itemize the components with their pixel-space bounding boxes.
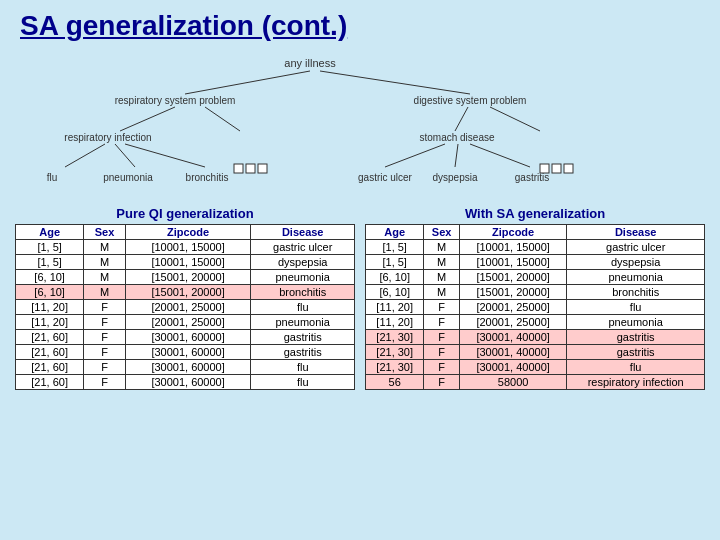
svg-rect-15: [540, 164, 549, 173]
table-row: [6, 10]M[15001, 20000]pneumonia: [16, 270, 355, 285]
svg-line-7: [455, 107, 468, 131]
table-cell-sex: M: [424, 285, 460, 300]
table-row: [21, 60]F[30001, 60000]gastritis: [16, 345, 355, 360]
table-row: 56F58000respiratory infection: [366, 375, 705, 390]
table-cell-zip: [20001, 25000]: [125, 315, 251, 330]
table-cell-disease: pneumonia: [567, 315, 705, 330]
table-cell-age: [11, 20]: [16, 300, 84, 315]
svg-line-5: [115, 144, 135, 167]
node-resp-sys: respiratory system problem: [115, 95, 236, 106]
with-sa-col-zip: Zipcode: [459, 225, 566, 240]
table-cell-age: [21, 60]: [16, 345, 84, 360]
pure-qi-table: Age Sex Zipcode Disease [1, 5]M[10001, 1…: [15, 224, 355, 390]
pure-qi-col-disease: Disease: [251, 225, 355, 240]
with-sa-title: With SA generalization: [365, 206, 705, 221]
table-cell-zip: [15001, 20000]: [125, 285, 251, 300]
table-cell-sex: F: [424, 330, 460, 345]
table-cell-disease: flu: [251, 360, 355, 375]
table-row: [21, 60]F[30001, 60000]flu: [16, 360, 355, 375]
table-cell-sex: M: [424, 255, 460, 270]
svg-rect-17: [564, 164, 573, 173]
table-cell-sex: F: [424, 315, 460, 330]
svg-line-11: [470, 144, 530, 167]
table-cell-sex: F: [424, 360, 460, 375]
table-cell-disease: gastritis: [251, 330, 355, 345]
table-cell-sex: M: [84, 285, 126, 300]
table-cell-sex: F: [84, 375, 126, 390]
table-cell-zip: [30001, 40000]: [459, 345, 566, 360]
table-cell-age: [1, 5]: [16, 240, 84, 255]
table-cell-disease: gastritis: [567, 330, 705, 345]
table-cell-disease: gastritis: [251, 345, 355, 360]
table-cell-age: [11, 20]: [16, 315, 84, 330]
table-cell-zip: [15001, 20000]: [459, 285, 566, 300]
table-cell-age: [6, 10]: [16, 270, 84, 285]
table-cell-disease: flu: [567, 360, 705, 375]
node-pneumonia: pneumonia: [103, 172, 153, 183]
table-row: [1, 5]M[10001, 15000]gastric ulcer: [16, 240, 355, 255]
table-cell-disease: gastritis: [567, 345, 705, 360]
table-cell-sex: F: [424, 345, 460, 360]
table-cell-zip: [10001, 15000]: [125, 240, 251, 255]
table-row: [1, 5]M[10001, 15000]gastric ulcer: [366, 240, 705, 255]
node-gastritis: gastritis: [515, 172, 549, 183]
table-cell-age: [6, 10]: [16, 285, 84, 300]
with-sa-col-age: Age: [366, 225, 424, 240]
table-cell-zip: [20001, 25000]: [459, 315, 566, 330]
table-cell-disease: dyspepsia: [567, 255, 705, 270]
table-row: [21, 30]F[30001, 40000]flu: [366, 360, 705, 375]
svg-line-4: [65, 144, 105, 167]
with-sa-col-disease: Disease: [567, 225, 705, 240]
table-cell-sex: F: [84, 300, 126, 315]
pure-qi-col-sex: Sex: [84, 225, 126, 240]
svg-line-2: [120, 107, 175, 131]
table-cell-sex: M: [424, 270, 460, 285]
table-cell-zip: [20001, 25000]: [125, 300, 251, 315]
table-cell-age: [11, 20]: [366, 300, 424, 315]
svg-rect-14: [258, 164, 267, 173]
table-row: [11, 20]F[20001, 25000]pneumonia: [366, 315, 705, 330]
table-row: [21, 60]F[30001, 60000]flu: [16, 375, 355, 390]
table-cell-age: [1, 5]: [366, 240, 424, 255]
svg-rect-13: [246, 164, 255, 173]
with-sa-section: With SA generalization Age Sex Zipcode D…: [360, 206, 710, 390]
node-stomach: stomach disease: [419, 132, 494, 143]
pure-qi-col-age: Age: [16, 225, 84, 240]
table-cell-zip: 58000: [459, 375, 566, 390]
table-cell-disease: gastric ulcer: [251, 240, 355, 255]
pure-qi-header-row: Age Sex Zipcode Disease: [16, 225, 355, 240]
table-cell-zip: [30001, 60000]: [125, 360, 251, 375]
table-row: [21, 60]F[30001, 60000]gastritis: [16, 330, 355, 345]
table-cell-zip: [10001, 15000]: [125, 255, 251, 270]
title: SA generalization (cont.): [0, 0, 720, 47]
table-row: [6, 10]M[15001, 20000]bronchitis: [16, 285, 355, 300]
table-cell-sex: M: [84, 240, 126, 255]
node-resp-inf: respiratory infection: [64, 132, 151, 143]
table-cell-zip: [30001, 40000]: [459, 360, 566, 375]
table-row: [6, 10]M[15001, 20000]bronchitis: [366, 285, 705, 300]
table-cell-disease: respiratory infection: [567, 375, 705, 390]
table-cell-disease: flu: [251, 300, 355, 315]
table-cell-disease: bronchitis: [251, 285, 355, 300]
table-cell-age: [21, 30]: [366, 330, 424, 345]
table-row: [21, 30]F[30001, 40000]gastritis: [366, 345, 705, 360]
table-cell-disease: dyspepsia: [251, 255, 355, 270]
node-any-illness: any illness: [284, 57, 336, 69]
svg-line-10: [455, 144, 458, 167]
table-cell-disease: pneumonia: [567, 270, 705, 285]
table-cell-disease: flu: [567, 300, 705, 315]
pure-qi-title: Pure QI generalization: [15, 206, 355, 221]
tables-area: Pure QI generalization Age Sex Zipcode D…: [0, 206, 720, 390]
table-row: [21, 30]F[30001, 40000]gastritis: [366, 330, 705, 345]
svg-rect-12: [234, 164, 243, 173]
table-row: [11, 20]F[20001, 25000]flu: [16, 300, 355, 315]
table-cell-age: [1, 5]: [16, 255, 84, 270]
table-cell-sex: F: [84, 330, 126, 345]
svg-line-8: [490, 107, 540, 131]
svg-line-9: [385, 144, 445, 167]
table-cell-zip: [30001, 40000]: [459, 330, 566, 345]
table-cell-sex: M: [84, 270, 126, 285]
table-cell-disease: flu: [251, 375, 355, 390]
node-digest-sys: digestive system problem: [414, 95, 527, 106]
table-cell-sex: F: [424, 375, 460, 390]
